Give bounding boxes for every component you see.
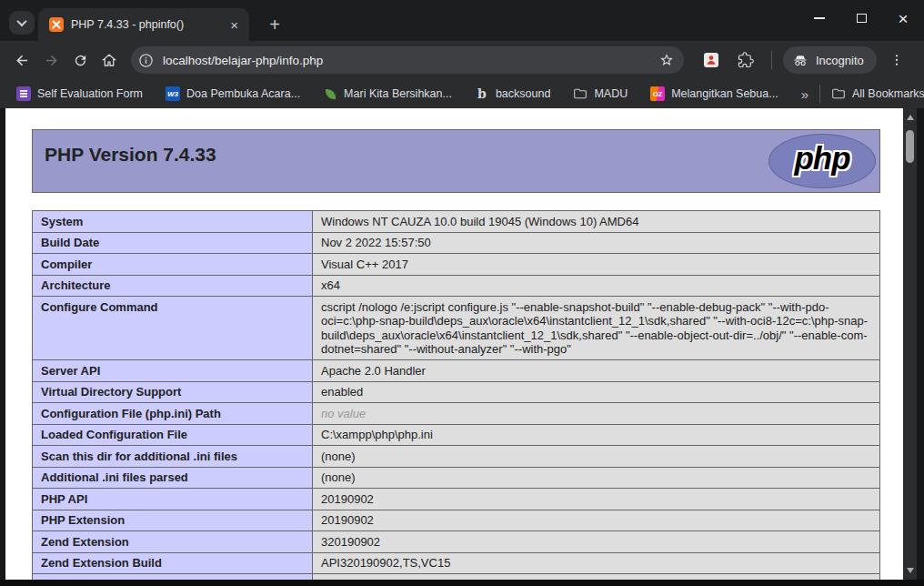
incognito-badge: Incognito <box>783 46 877 74</box>
three-dot-menu-icon <box>889 53 904 67</box>
php-logo-text: php <box>794 140 849 182</box>
info-label: PHP API <box>33 489 313 510</box>
info-label: Zend Extension <box>33 531 313 553</box>
bookmark-label: Melangitkan Sebua... <box>671 87 778 100</box>
info-label: PHP Extension <box>33 510 313 531</box>
window-controls: × <box>798 0 924 36</box>
bookmark-label: Doa Pembuka Acara... <box>186 87 300 100</box>
tab-close-icon[interactable]: × <box>228 16 240 34</box>
new-tab-button[interactable]: + <box>262 12 287 37</box>
info-value: C:\xampp\php\php.ini <box>313 424 880 446</box>
info-value: 20190902 <box>313 510 880 531</box>
minimize-button[interactable] <box>798 0 840 36</box>
scrollbar-up-arrow[interactable] <box>903 110 917 125</box>
all-bookmarks-button[interactable]: All Bookmarks <box>826 84 924 104</box>
info-label: System <box>33 211 313 233</box>
bookmark-item[interactable]: W3Doa Pembuka Acara... <box>160 84 306 104</box>
bookmark-star-icon[interactable] <box>658 52 675 68</box>
bookmark-label: Mari Kita Bersihkan... <box>344 87 452 100</box>
info-value: 20190902 <box>313 489 880 510</box>
php-logo: php <box>768 134 876 188</box>
tab-title: PHP 7.4.33 - phpinfo() <box>71 18 221 31</box>
info-value: Windows NT CAUZA 10.0 build 19045 (Windo… <box>313 211 880 233</box>
bookmarks-divider <box>819 85 820 103</box>
back-button[interactable] <box>7 45 36 75</box>
page-title: PHP Version 7.4.33 <box>33 130 879 166</box>
forward-button[interactable] <box>36 45 65 75</box>
info-value: x64 <box>313 275 880 297</box>
window-bottom-edge <box>0 580 924 586</box>
bookmark-label: backsound <box>496 87 550 100</box>
reload-button[interactable] <box>65 45 95 75</box>
info-value: no value <box>313 403 880 425</box>
extension-idm-button[interactable] <box>697 45 726 75</box>
info-label: Loaded Configuration File <box>33 424 313 446</box>
info-row: Architecturex64 <box>33 275 880 297</box>
toolbar: localhost/belajar-php/info.php Incognito <box>0 41 924 79</box>
maximize-button[interactable] <box>840 0 882 36</box>
xampp-favicon-icon <box>49 17 64 32</box>
info-label: Configuration File (php.ini) Path <box>33 403 313 425</box>
info-row: Virtual Directory Supportenabled <box>33 381 880 403</box>
vertical-scrollbar[interactable] <box>903 108 917 580</box>
info-label: Architecture <box>33 275 313 297</box>
info-row: Build DateNov 2 2022 15:57:50 <box>33 232 880 254</box>
info-row: Server APIApache 2.0 Handler <box>33 360 880 382</box>
site-info-icon[interactable] <box>138 53 154 68</box>
info-row: SystemWindows NT CAUZA 10.0 build 19045 … <box>33 211 880 233</box>
bookmarks-bar: Self Evaluation FormW3Doa Pembuka Acara.… <box>0 79 924 108</box>
bookmark-item[interactable]: Self Evaluation Form <box>11 84 148 104</box>
info-row: Configuration File (php.ini) Pathno valu… <box>33 403 880 425</box>
tab-search-button[interactable] <box>9 11 35 35</box>
phpinfo-page: PHP Version 7.4.33 php SystemWindows NT … <box>5 108 903 581</box>
phpinfo-wrapper: PHP Version 7.4.33 php SystemWindows NT … <box>32 129 880 581</box>
bookmark-item[interactable]: bbacksound <box>469 84 556 104</box>
bookmarks-right: » All Bookmarks <box>796 84 924 104</box>
bookmark-label: MADU <box>594 87 628 100</box>
incognito-icon <box>792 52 808 68</box>
bookmark-item[interactable]: MADU <box>567 84 633 104</box>
leaf-icon <box>323 86 337 101</box>
info-value: Nov 2 2022 15:57:50 <box>313 232 880 254</box>
reload-icon <box>73 53 88 68</box>
active-tab[interactable]: PHP 7.4.33 - phpinfo() × <box>38 8 249 41</box>
home-button[interactable] <box>95 45 124 75</box>
back-arrow-icon <box>14 52 31 69</box>
address-bar[interactable]: localhost/belajar-php/info.php <box>131 46 684 74</box>
info-row: Zend Extension BuildAPI320190902,TS,VC15 <box>33 552 880 574</box>
bookmarks-overflow-chevron[interactable]: » <box>796 86 814 102</box>
forward-arrow-icon <box>43 52 60 69</box>
toolbar-divider <box>771 51 772 69</box>
info-value: Visual C++ 2017 <box>313 254 880 276</box>
bookmark-item[interactable]: OZMelangitkan Sebua... <box>645 84 783 104</box>
red-extension-icon <box>704 53 718 67</box>
info-label: Additional .ini files parsed <box>33 467 313 489</box>
info-row: Scan this dir for additional .ini files(… <box>33 446 880 468</box>
home-icon <box>101 52 117 68</box>
page-content-frame: PHP Version 7.4.33 php SystemWindows NT … <box>0 108 924 586</box>
bookmark-label: Self Evaluation Form <box>37 87 143 100</box>
toolbar-right: Incognito <box>697 45 911 75</box>
extensions-button[interactable] <box>731 45 760 75</box>
bookmark-item[interactable]: Mari Kita Bersihkan... <box>317 84 457 104</box>
url-text[interactable]: localhost/belajar-php/info.php <box>163 54 658 67</box>
info-value: 320190902 <box>313 531 880 553</box>
info-label: Zend Extension Build <box>33 552 313 574</box>
info-label: Compiler <box>33 254 313 276</box>
chevron-down-icon <box>16 16 26 26</box>
folder-icon <box>573 86 588 101</box>
scrollbar-thumb[interactable] <box>906 130 914 163</box>
oz-icon: OZ <box>650 86 665 101</box>
browser-window: PHP 7.4.33 - phpinfo() × + × localhost/b… <box>0 0 924 586</box>
scrollbar-down-arrow[interactable] <box>903 563 917 578</box>
info-value: (none) <box>313 446 880 468</box>
tab-strip: PHP 7.4.33 - phpinfo() × + × <box>0 0 924 41</box>
w3-icon: W3 <box>166 86 180 101</box>
close-button[interactable]: × <box>882 0 924 36</box>
bookmarks-list: Self Evaluation FormW3Doa Pembuka Acara.… <box>11 84 796 104</box>
puzzle-icon <box>738 52 754 68</box>
browser-menu-button[interactable] <box>882 45 911 75</box>
info-row: Zend Extension320190902 <box>33 531 880 553</box>
info-label: Virtual Directory Support <box>33 381 313 403</box>
info-row: PHP API20190902 <box>33 489 880 510</box>
